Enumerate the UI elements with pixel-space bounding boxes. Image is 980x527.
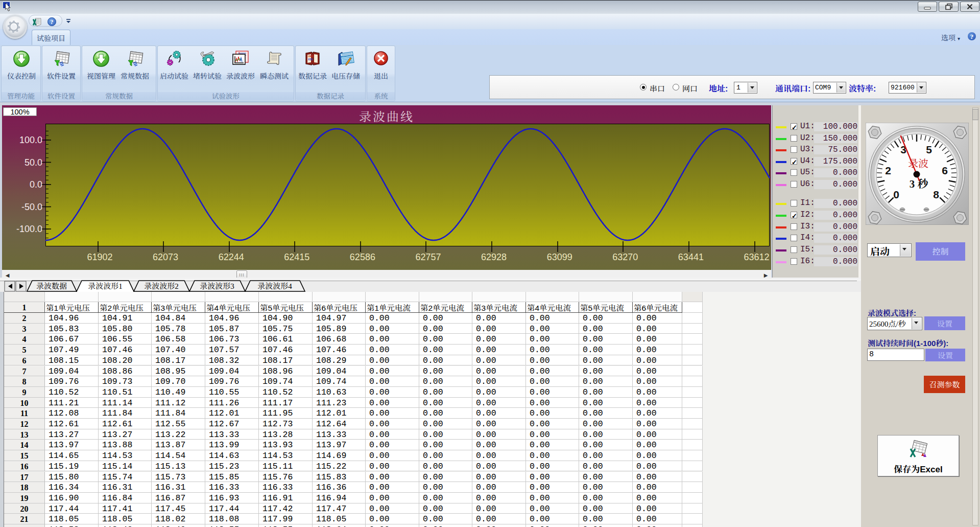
svg-text:8: 8 bbox=[933, 189, 939, 200]
svg-text:5: 5 bbox=[926, 144, 932, 155]
svg-text:录波数据: 录波数据 bbox=[36, 280, 67, 291]
svg-text:录波波形3: 录波波形3 bbox=[200, 280, 234, 291]
svg-text:3 秒: 3 秒 bbox=[910, 175, 929, 191]
svg-text:0: 0 bbox=[893, 189, 899, 200]
svg-text:6: 6 bbox=[942, 165, 948, 176]
svg-text:录波波形1: 录波波形1 bbox=[88, 280, 123, 291]
svg-text:XSS: XSS bbox=[308, 57, 314, 61]
svg-text:录波波形4: 录波波形4 bbox=[257, 280, 292, 291]
svg-text:录波波形2: 录波波形2 bbox=[144, 280, 179, 291]
svg-text:录波: 录波 bbox=[908, 155, 928, 170]
svg-text:2: 2 bbox=[885, 165, 891, 176]
svg-text:3: 3 bbox=[900, 144, 906, 155]
